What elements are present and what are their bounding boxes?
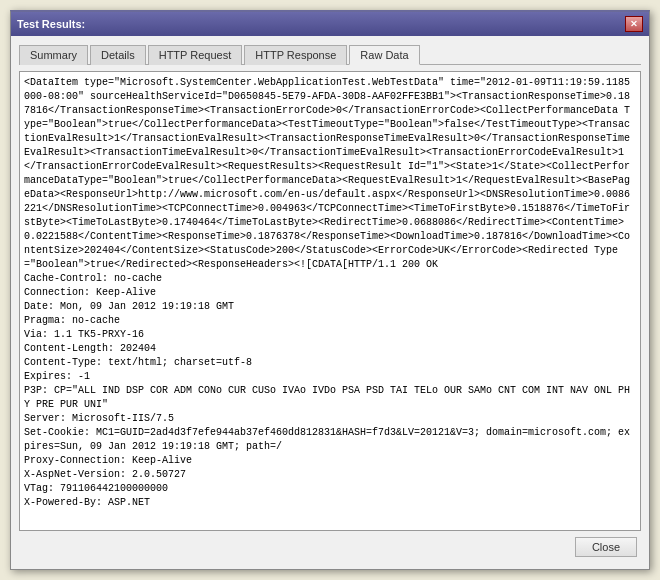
- test-results-window: Test Results: ✕ Summary Details HTTP Req…: [10, 10, 650, 570]
- tab-http-response[interactable]: HTTP Response: [244, 45, 347, 65]
- tab-details[interactable]: Details: [90, 45, 146, 65]
- title-bar-buttons: ✕: [625, 16, 643, 32]
- close-window-button[interactable]: ✕: [625, 16, 643, 32]
- close-button[interactable]: Close: [575, 537, 637, 557]
- tab-http-request[interactable]: HTTP Request: [148, 45, 243, 65]
- title-bar: Test Results: ✕: [11, 12, 649, 36]
- footer: Close: [19, 531, 641, 561]
- raw-data-text[interactable]: <DataItem type="Microsoft.SystemCenter.W…: [20, 72, 640, 530]
- tab-bar: Summary Details HTTP Request HTTP Respon…: [19, 44, 641, 65]
- window-title: Test Results:: [17, 18, 85, 30]
- window-body: Summary Details HTTP Request HTTP Respon…: [11, 36, 649, 569]
- tab-summary[interactable]: Summary: [19, 45, 88, 65]
- content-area: <DataItem type="Microsoft.SystemCenter.W…: [19, 71, 641, 531]
- tab-raw-data[interactable]: Raw Data: [349, 45, 419, 65]
